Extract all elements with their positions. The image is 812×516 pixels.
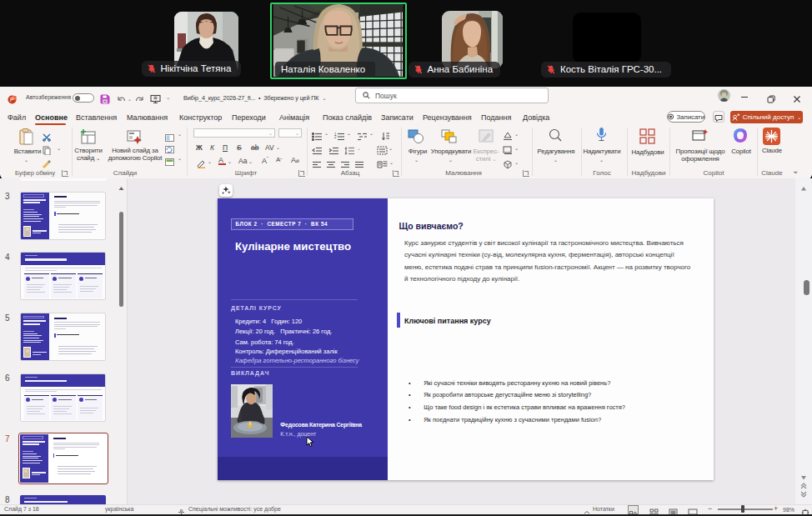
svg-text:P: P (10, 97, 14, 103)
svg-text:2: 2 (334, 135, 337, 139)
